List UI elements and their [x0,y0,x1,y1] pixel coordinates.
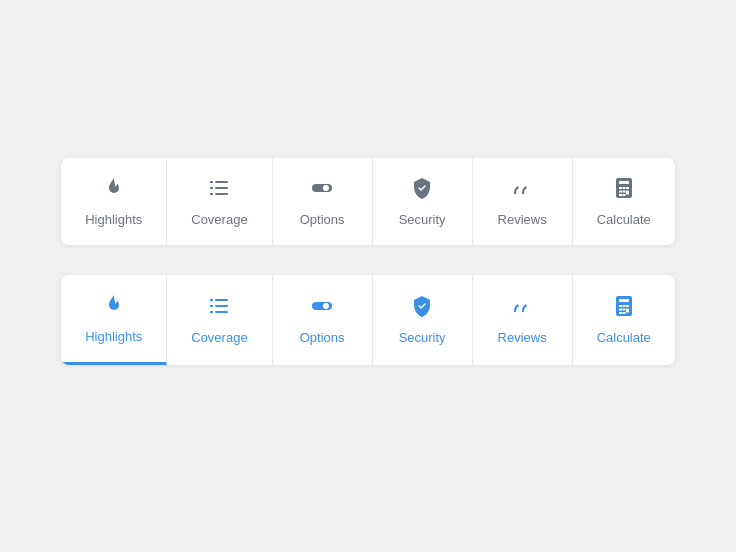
flame-icon-active [102,293,126,321]
tab-item-options-active[interactable]: Options [273,275,373,365]
svg-rect-16 [619,194,622,196]
tab-label-coverage-inactive: Coverage [191,212,247,227]
list-icon-active [207,294,231,322]
calculator-icon-active [612,294,636,322]
tab-label-reviews-inactive: Reviews [498,212,547,227]
tab-label-reviews-active: Reviews [498,330,547,345]
tab-label-security-inactive: Security [399,212,446,227]
flame-icon [102,176,126,204]
svg-rect-4 [210,193,213,195]
tab-item-security-inactive[interactable]: Security [373,158,473,245]
toggle-icon-inactive [310,176,334,204]
tab-label-options-inactive: Options [300,212,345,227]
quote-icon-inactive [510,176,534,204]
shield-icon-inactive [410,176,434,204]
tab-item-reviews-active[interactable]: Reviews [473,275,573,365]
tab-item-coverage-active[interactable]: Coverage [167,275,272,365]
svg-rect-31 [619,309,622,311]
tab-item-highlights-active[interactable]: Highlights [61,275,167,365]
svg-rect-34 [619,312,622,314]
tab-bar-inactive: Highlights Coverage Options [61,158,675,245]
svg-rect-15 [626,190,629,194]
svg-rect-5 [215,193,228,195]
svg-rect-35 [622,312,625,314]
svg-rect-27 [619,299,629,302]
tab-label-security-active: Security [399,330,446,345]
tab-label-highlights-active: Highlights [85,329,142,344]
list-icon-inactive [207,176,231,204]
svg-rect-12 [626,187,629,189]
svg-rect-11 [622,187,625,189]
svg-rect-33 [626,309,629,313]
svg-rect-20 [210,305,213,307]
tab-item-calculate-inactive[interactable]: Calculate [573,158,675,245]
toggle-icon-active [310,294,334,322]
svg-rect-18 [210,299,213,301]
svg-rect-0 [210,181,213,183]
svg-rect-9 [619,181,629,184]
tab-label-calculate-active: Calculate [597,330,651,345]
svg-rect-1 [215,181,228,183]
svg-rect-28 [619,305,622,307]
tab-label-coverage-active: Coverage [191,330,247,345]
svg-rect-14 [622,190,625,192]
svg-rect-30 [626,305,629,307]
tab-item-coverage-inactive[interactable]: Coverage [167,158,272,245]
svg-rect-29 [622,305,625,307]
tab-item-options-inactive[interactable]: Options [273,158,373,245]
tab-label-options-active: Options [300,330,345,345]
calculator-icon-inactive [612,176,636,204]
shield-icon-active [410,294,434,322]
svg-rect-17 [622,194,625,196]
svg-rect-23 [215,311,228,313]
svg-rect-21 [215,305,228,307]
tab-label-highlights-inactive: Highlights [85,212,142,227]
tab-label-calculate-inactive: Calculate [597,212,651,227]
svg-rect-13 [619,190,622,192]
svg-rect-32 [622,309,625,311]
svg-rect-3 [215,187,228,189]
svg-rect-2 [210,187,213,189]
svg-rect-22 [210,311,213,313]
tab-item-reviews-inactive[interactable]: Reviews [473,158,573,245]
tab-bar-active: Highlights Coverage Options [61,275,675,365]
quote-icon-active [510,294,534,322]
svg-rect-10 [619,187,622,189]
tab-item-security-active[interactable]: Security [373,275,473,365]
svg-point-25 [323,303,329,309]
tab-item-calculate-active[interactable]: Calculate [573,275,675,365]
tab-item-highlights-inactive[interactable]: Highlights [61,158,167,245]
svg-rect-19 [215,299,228,301]
svg-point-7 [323,185,329,191]
